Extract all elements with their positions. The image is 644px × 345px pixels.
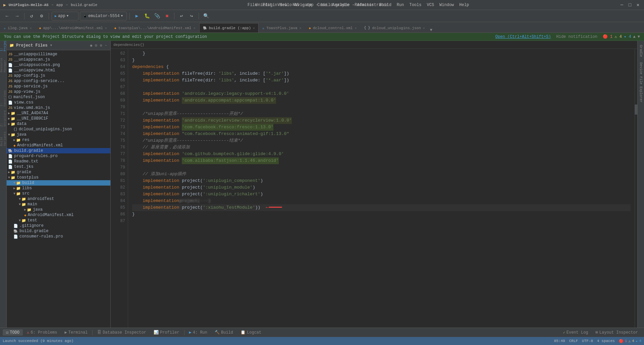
- tree-item[interactable]: 📄Readme.txt: [7, 159, 110, 164]
- back-button[interactable]: ←: [3, 12, 11, 20]
- tab-manifest1-close[interactable]: ✕: [105, 26, 107, 30]
- tree-item[interactable]: ▼📁src: [7, 191, 110, 196]
- open-project-structure[interactable]: Open (Ctrl+Alt+Shift+S): [495, 34, 551, 39]
- tab-dcloud-control[interactable]: ◆ dcloud_control.xml ✕: [305, 23, 361, 32]
- search-button[interactable]: 🔍: [202, 12, 210, 20]
- tree-item[interactable]: JSapp-service.js: [7, 84, 110, 89]
- forward-button[interactable]: →: [13, 12, 21, 20]
- collapse-errors-button[interactable]: ▼: [638, 34, 640, 39]
- tree-item[interactable]: JS__uniappscan.js: [7, 57, 110, 62]
- menu-window[interactable]: Window: [437, 2, 456, 8]
- stop-button[interactable]: ■: [163, 12, 171, 20]
- tree-item[interactable]: ▶📁data: [7, 121, 110, 127]
- event-log-tab[interactable]: ✓ Event Log: [560, 330, 592, 336]
- attach-button[interactable]: 📎: [153, 12, 161, 20]
- tab-ilog-close[interactable]: ✕: [30, 26, 32, 30]
- tree-item[interactable]: {}manifest.json: [7, 94, 110, 100]
- menu-vcs[interactable]: VCS: [425, 2, 436, 8]
- tree-item[interactable]: 📄__uniappview.html: [7, 68, 110, 73]
- tab-manifest2-close[interactable]: ✕: [194, 26, 196, 30]
- tree-item[interactable]: ▶📁__UNI_E0B9C1F: [7, 116, 110, 121]
- close-button[interactable]: ✕: [635, 2, 641, 8]
- more-tabs-button[interactable]: ▼: [430, 28, 432, 32]
- panel-minimize-icon[interactable]: –: [104, 43, 108, 48]
- tree-item[interactable]: JSapp-config.js: [7, 73, 110, 78]
- locate-file-icon[interactable]: ◉: [90, 43, 93, 48]
- tree-item[interactable]: ◆AndroidManifest.xml: [7, 212, 110, 218]
- tab-buildgradle-close[interactable]: ✕: [253, 26, 255, 30]
- tree-item[interactable]: 📄proguard-rules.pro: [7, 153, 110, 159]
- tab-buildgradle[interactable]: 🐘 build.gradle (:app) ✕: [199, 23, 259, 32]
- tree-item[interactable]: JSapp-view.js: [7, 89, 110, 94]
- hide-notification[interactable]: Hide notification: [556, 34, 597, 39]
- tree-item[interactable]: ▼📁main: [7, 202, 110, 207]
- indent-setting[interactable]: 4 spaces: [597, 339, 615, 343]
- tree-item[interactable]: 🐘build.gradle: [7, 148, 110, 153]
- settings-button[interactable]: ⚙: [37, 12, 46, 20]
- redo-button[interactable]: ↪: [187, 12, 196, 20]
- tree-item[interactable]: ▶📁libs: [7, 186, 110, 191]
- tree-item[interactable]: ◆AndroidManifest.xml: [7, 143, 110, 148]
- tab-androidmanifest2[interactable]: ◆ toastplus\...\AndroidManifest.xml ✕: [111, 23, 199, 32]
- tree-item[interactable]: ▶📁res: [7, 137, 110, 143]
- build-tab[interactable]: 🔨 Build: [211, 329, 236, 336]
- project-tool-icon[interactable]: 1: Project: [1, 42, 6, 48]
- menu-tools[interactable]: Tools: [407, 2, 423, 8]
- tab-toastplus-close[interactable]: ✕: [300, 26, 302, 30]
- tree-item[interactable]: ▼📁build: [7, 180, 110, 186]
- tree-item[interactable]: 🐘build.gradle: [7, 228, 110, 234]
- maximize-button[interactable]: □: [627, 2, 633, 8]
- tab-dcloud-json[interactable]: { } dcloud_uniplugins.json ✕: [361, 23, 429, 32]
- layout-inspector-tab[interactable]: ⊞ Layout Inspector: [592, 329, 641, 336]
- tree-item[interactable]: ▶📁__UNI_A4D47A4: [7, 111, 110, 116]
- logcat-tab[interactable]: 📋 Logcat: [237, 329, 265, 336]
- tree-item[interactable]: ▼📁test: [7, 218, 110, 223]
- resource-manager-icon[interactable]: Resource Manager: [1, 62, 6, 68]
- favorites-icon[interactable]: 2: Favorites: [1, 96, 6, 101]
- sync-button[interactable]: ↺: [27, 12, 36, 20]
- menu-help[interactable]: Help: [457, 2, 471, 8]
- gradle-tool-label[interactable]: Gradle: [638, 42, 643, 60]
- encoding[interactable]: UTF-8: [582, 339, 593, 343]
- tab-toastplus[interactable]: ☕ ToastPlus.java ✕: [259, 23, 305, 32]
- tree-item[interactable]: ▼📁toastplus: [7, 175, 110, 180]
- undo-button[interactable]: ↩: [177, 12, 186, 20]
- tree-item[interactable]: ▶📁gradle: [7, 169, 110, 175]
- panel-settings-icon[interactable]: ⚙: [99, 43, 103, 48]
- tree-item[interactable]: 📄consumer-rules.pro: [7, 234, 110, 239]
- tree-item[interactable]: 📄test.jks: [7, 164, 110, 169]
- tab-androidmanifest1[interactable]: ◆ app\...\AndroidManifest.xml ✕: [35, 23, 110, 32]
- tree-item[interactable]: JS__uniappquillimage: [7, 52, 110, 57]
- tab-dcloud-json-close[interactable]: ✕: [423, 26, 425, 30]
- problems-tab[interactable]: ⚠ 6: Problems: [23, 329, 60, 336]
- panel-dropdown-icon[interactable]: ▼: [50, 44, 52, 47]
- menu-run[interactable]: Run: [395, 2, 406, 8]
- terminal-tab[interactable]: ▶ Terminal: [61, 329, 91, 336]
- tab-ilog[interactable]: ☕ ilog.java ✕: [0, 23, 35, 32]
- tree-item[interactable]: 📄__uniappsuccess.png: [7, 62, 110, 68]
- minimize-button[interactable]: ─: [619, 2, 625, 8]
- tree-item[interactable]: ▼📁java: [7, 132, 110, 137]
- tree-item[interactable]: JSview.umd.min.js: [7, 105, 110, 111]
- line-ending[interactable]: CRLF: [569, 339, 578, 343]
- run-tab[interactable]: ▶ 4: Run: [186, 329, 211, 336]
- run-button[interactable]: ▶: [132, 12, 141, 20]
- tree-item[interactable]: 📄.gitignore: [7, 223, 110, 228]
- tree-item[interactable]: ▶📁java: [7, 207, 110, 212]
- structure-icon[interactable]: Z: Structure: [1, 116, 6, 121]
- todo-tab[interactable]: ☑ TODO: [3, 329, 23, 336]
- tree-item[interactable]: ▼📁androidTest: [7, 196, 110, 202]
- tree-item[interactable]: 📄view.css: [7, 100, 110, 105]
- build-variants-icon[interactable]: Build Variants: [1, 136, 6, 141]
- run-config-dropdown[interactable]: ▶ app ▼: [52, 12, 78, 20]
- debug-button[interactable]: 🐛: [143, 12, 151, 20]
- device-dropdown[interactable]: 📱 emulator-5554 ▼: [80, 12, 127, 20]
- tree-item[interactable]: {}dcloud_uniplugins.json: [7, 127, 110, 132]
- tree-item[interactable]: JSapp-config-service...: [7, 78, 110, 84]
- device-file-explorer-label[interactable]: Device File Explorer: [638, 60, 643, 105]
- profiler-tab[interactable]: 📊 Profiler: [150, 329, 183, 336]
- tab-dcloud-close[interactable]: ✕: [355, 26, 357, 30]
- db-inspector-tab[interactable]: 🗄 Database Inspector: [94, 329, 150, 336]
- mini-scrollbar[interactable]: [635, 49, 637, 328]
- collapse-all-icon[interactable]: ⊟: [94, 43, 98, 48]
